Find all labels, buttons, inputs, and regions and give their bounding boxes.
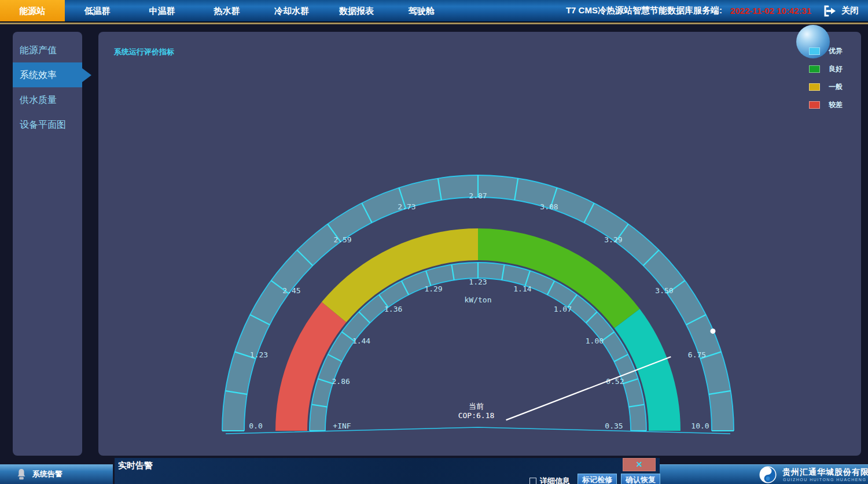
gauge-inner-scale-label: 1.00 [586,337,604,345]
gauge-inner-scale-label: 1.07 [554,305,572,313]
excellent-swatch [809,47,820,55]
average-swatch [809,83,820,91]
popup-close-button[interactable]: ✕ [623,458,656,471]
legend-item-excellent[interactable]: 优异 [809,47,843,55]
gauge-outer-scale-label: 3.29 [604,235,622,244]
gauge-outer-scale-label: 2.87 [469,191,487,200]
legend-label: 一般 [829,82,843,92]
gauge-outer-scale-label: 2.73 [398,202,415,211]
tab-low-temp-group[interactable]: 低温群 [65,0,130,21]
company-logo [759,466,777,483]
legend-label: 良好 [829,64,843,74]
main-panel: 系统运行评价指标 0.01.232.452.592.732.873.083.29… [98,32,861,456]
gauge-inner-scale-label: 1.29 [424,285,442,293]
good-swatch [809,65,820,73]
gauge-inner-scale-label: 1.36 [384,305,402,313]
timestamp: 2022-11-02 10:42:31 [730,6,811,16]
tab-hot-water-group[interactable]: 热水群 [194,0,259,21]
sidebar-item-equipment-plan[interactable]: 设备平面图 [13,112,82,137]
company-name-en: GUIZHOU HUITONG HUACHENG CO.,LTD. [783,478,868,482]
confirm-restore-button[interactable]: 确认恢复 [621,474,660,484]
system-alarm-button[interactable]: 系统告警 [0,464,113,484]
gauge-outer-scale-label: 10.0 [691,422,709,430]
legend-label: 较差 [829,100,843,110]
gauge-outer-scale-label: 3.50 [655,286,673,295]
gauge-current-label: 当前 [469,402,484,411]
sidebar-item-energy-output[interactable]: 能源产值 [13,38,82,62]
detail-info-checkbox[interactable] [529,478,536,484]
gauge-outer-scale-label: 3.08 [540,202,558,211]
tab-data-report[interactable]: 数据报表 [324,0,389,21]
gauge-outer-scale-label: 0.0 [249,422,262,430]
poor-swatch [809,101,820,109]
gauge-inner-scale-label: 1.23 [469,278,487,286]
sidebar: 能源产值 系统效率 供水质量 设备平面图 [13,32,82,456]
nav-right-group: T7 CMS冷热源站智慧节能数据库服务端: 2022-11-02 10:42:3… [566,0,868,21]
close-button[interactable]: 关闭 [841,5,859,16]
gauge-current-value: COP:6.18 [458,411,495,420]
tab-cockpit[interactable]: 驾驶舱 [389,0,454,21]
gauge-unit-label: kW/ton [465,295,492,304]
company-name: 贵州汇通华城股份有限公司 [782,467,868,478]
nav-gold-border [0,23,868,24]
legend-item-average[interactable]: 一般 [809,83,843,91]
alarm-bell-icon [16,468,27,481]
realtime-alarm-panel: 实时告警 ✕ 详细信息 标记检修 确认恢复 [115,458,660,484]
gauge-outer-scale-label: 6.75 [688,350,706,359]
tab-cooling-water-group[interactable]: 冷却水群 [259,0,324,21]
realtime-alarm-title: 实时告警 [118,460,153,471]
gauge-marker-dot [710,328,715,334]
gauge-inner-scale-label: 0.35 [605,422,623,430]
detail-info-label: 详细信息 [540,476,570,484]
top-navbar: 能源站 低温群 中温群 热水群 冷却水群 数据报表 驾驶舱 T7 CMS冷热源站… [0,0,868,21]
server-title: T7 CMS冷热源站智慧节能数据库服务端: [566,5,722,16]
gauge-inner-scale-label: 2.86 [332,377,350,386]
cop-gauge: 0.01.232.452.592.732.873.083.293.506.751… [98,32,861,456]
gauge-inner-scale-label: 1.14 [513,285,531,293]
gauge-outer-scale-label: 1.23 [250,350,268,359]
footer-company-bar: 贵州汇通华城股份有限公司 GUIZHOU HUITONG HUACHENG CO… [660,464,868,484]
tab-mid-temp-group[interactable]: 中温群 [130,0,194,21]
legend-item-good[interactable]: 良好 [809,65,843,73]
system-alarm-label: 系统告警 [32,469,62,479]
sidebar-item-system-efficiency[interactable]: 系统效率 [13,62,82,87]
gauge-outer-scale-label: 2.45 [282,286,300,295]
gauge-legend: 优异 良好 一般 较差 [809,47,843,119]
mark-repair-button[interactable]: 标记检修 [578,474,617,484]
gauge-inner-scale-label: +INF [333,422,351,430]
tab-energy-station[interactable]: 能源站 [0,0,65,21]
gauge-outer-scale-label: 2.59 [333,235,351,244]
gauge-inner-scale-label: 1.44 [352,337,370,345]
sidebar-item-water-quality[interactable]: 供水质量 [13,87,82,112]
exit-icon[interactable] [822,4,837,18]
legend-label: 优异 [829,46,843,56]
legend-item-poor[interactable]: 较差 [809,101,843,109]
